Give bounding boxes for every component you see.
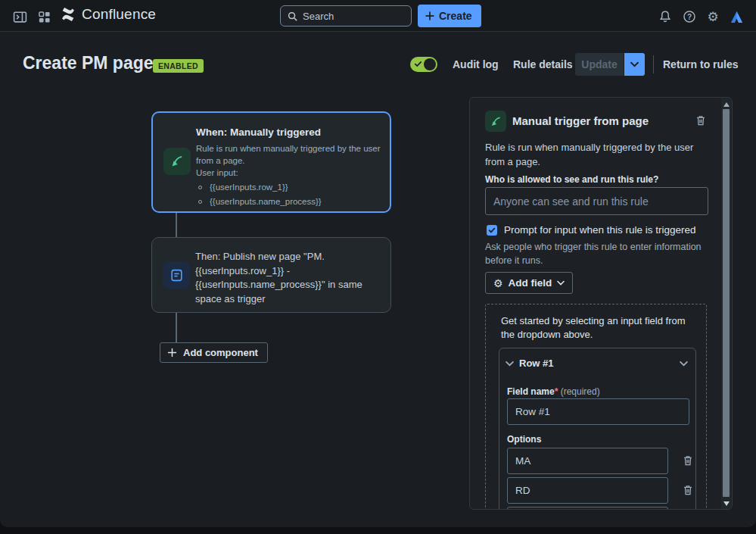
top-navigation-bar: Confluence Create ? ⚙ bbox=[0, 0, 756, 32]
row-field-card: Row #1 Field name* (required) Options bbox=[499, 348, 696, 510]
app-window: Confluence Create ? ⚙ Create PM page ENA… bbox=[0, 0, 756, 527]
manual-trigger-icon bbox=[485, 111, 506, 132]
page-title: Create PM page bbox=[23, 53, 154, 73]
flow-connector-line bbox=[176, 213, 177, 239]
search-box[interactable] bbox=[280, 5, 412, 27]
panel-description: Rule is run when manually triggered by t… bbox=[485, 140, 712, 169]
update-dropdown-button[interactable] bbox=[624, 53, 645, 76]
list-item: {{userInputs.name_process}} bbox=[198, 197, 322, 206]
option-row bbox=[507, 477, 697, 504]
rule-details-link[interactable]: Rule details bbox=[513, 58, 573, 70]
option-row bbox=[507, 507, 697, 510]
field-name-label-text: Field name bbox=[507, 386, 555, 397]
option-row bbox=[507, 448, 697, 474]
atlassian-logo-icon[interactable] bbox=[728, 8, 745, 25]
rule-enabled-toggle[interactable] bbox=[410, 57, 437, 72]
scrollbar-thumb[interactable] bbox=[723, 109, 730, 497]
chevron-down-icon bbox=[630, 61, 639, 67]
add-field-button[interactable]: ⚙ Add field bbox=[485, 272, 573, 294]
option-input[interactable] bbox=[507, 477, 668, 504]
confluence-logo[interactable]: Confluence bbox=[60, 6, 156, 23]
add-component-button[interactable]: Add component bbox=[160, 342, 268, 363]
then-action-card[interactable]: Then: Publish new page "PM.{{userInputs.… bbox=[151, 237, 391, 313]
checkbox-checked-icon[interactable] bbox=[487, 225, 497, 236]
chevron-down-icon[interactable] bbox=[506, 361, 514, 367]
panel-title: Manual trigger from page bbox=[512, 114, 649, 127]
required-suffix: (required) bbox=[558, 386, 599, 397]
panel-scrollbar[interactable] bbox=[721, 98, 731, 510]
manual-trigger-icon bbox=[163, 148, 191, 175]
flow-connector-line bbox=[176, 313, 177, 343]
help-icon[interactable]: ? bbox=[681, 8, 698, 25]
when-card-title: When: Manually triggered bbox=[196, 126, 321, 138]
add-component-label: Add component bbox=[183, 347, 258, 358]
help-glyph: ? bbox=[687, 13, 692, 21]
plus-icon bbox=[167, 348, 177, 358]
header-divider bbox=[653, 55, 654, 73]
prompt-checkbox-label: Prompt for input when this rule is trigg… bbox=[504, 224, 696, 236]
option-input[interactable] bbox=[507, 448, 668, 474]
input-fields-container: Get started by selecting an input field … bbox=[485, 304, 707, 510]
search-icon bbox=[287, 11, 298, 22]
update-button[interactable]: Update bbox=[575, 53, 624, 76]
permission-input[interactable] bbox=[485, 187, 708, 215]
status-badge: ENABLED bbox=[153, 59, 204, 73]
user-input-value: {{userInputs.row_1}} bbox=[210, 183, 288, 192]
trigger-config-panel: Manual trigger from page Rule is run whe… bbox=[469, 97, 733, 510]
list-item: {{userInputs.row_1}} bbox=[198, 183, 322, 192]
gear-glyph: ⚙ bbox=[707, 11, 718, 23]
option-input[interactable] bbox=[507, 507, 668, 510]
when-description-text: Rule is run when manually triggered by t… bbox=[196, 144, 381, 165]
when-card-description: Rule is run when manually triggered by t… bbox=[196, 142, 387, 179]
permission-label: Who is allowed to see and run this rule? bbox=[485, 174, 658, 185]
add-field-label: Add field bbox=[509, 277, 552, 289]
gear-icon: ⚙ bbox=[493, 278, 503, 289]
audit-log-link[interactable]: Audit log bbox=[453, 58, 499, 70]
user-input-value: {{userInputs.name_process}} bbox=[210, 197, 322, 206]
return-to-rules-link[interactable]: Return to rules bbox=[663, 58, 739, 70]
confluence-mark-icon bbox=[60, 6, 76, 23]
create-button[interactable]: Create bbox=[418, 5, 481, 27]
chevron-down-icon bbox=[557, 280, 565, 286]
chevron-down-icon[interactable] bbox=[680, 361, 688, 367]
prompt-help-text: Ask people who trigger this rule to ente… bbox=[485, 240, 712, 267]
create-button-label: Create bbox=[439, 10, 472, 22]
search-input[interactable] bbox=[303, 11, 394, 22]
plus-icon bbox=[425, 11, 435, 21]
row-title: Row #1 bbox=[519, 358, 554, 369]
user-input-list: {{userInputs.row_1}} {{userInputs.name_p… bbox=[198, 183, 322, 211]
get-started-text: Get started by selecting an input field … bbox=[501, 314, 698, 342]
sidebar-toggle-icon[interactable] bbox=[11, 8, 28, 25]
publish-page-icon bbox=[163, 261, 190, 289]
prompt-checkbox-row[interactable]: Prompt for input when this rule is trigg… bbox=[487, 224, 696, 236]
then-card-text: Then: Publish new page "PM.{{userInputs.… bbox=[195, 250, 368, 306]
scroll-up-icon[interactable] bbox=[723, 102, 730, 107]
delete-option-icon[interactable] bbox=[680, 482, 695, 498]
scroll-down-icon[interactable] bbox=[723, 501, 730, 506]
product-name: Confluence bbox=[82, 6, 156, 23]
user-input-label: User input: bbox=[196, 168, 238, 177]
checkmark-icon bbox=[414, 60, 422, 68]
field-name-input[interactable] bbox=[507, 398, 689, 425]
bullet-icon bbox=[198, 186, 202, 189]
toggle-knob bbox=[424, 58, 436, 70]
delete-option-icon[interactable] bbox=[680, 453, 695, 468]
app-switcher-icon[interactable] bbox=[36, 8, 52, 25]
options-label: Options bbox=[507, 434, 541, 445]
settings-gear-icon[interactable]: ⚙ bbox=[705, 8, 721, 25]
when-trigger-card[interactable]: When: Manually triggered Rule is run whe… bbox=[151, 111, 391, 213]
delete-trigger-icon[interactable] bbox=[693, 113, 708, 128]
panel-header: Manual trigger from page bbox=[485, 111, 708, 132]
row-accordion-header[interactable]: Row #1 bbox=[499, 348, 695, 379]
field-name-label: Field name* (required) bbox=[507, 386, 600, 397]
bullet-icon bbox=[198, 200, 202, 204]
notifications-bell-icon[interactable] bbox=[657, 8, 674, 25]
